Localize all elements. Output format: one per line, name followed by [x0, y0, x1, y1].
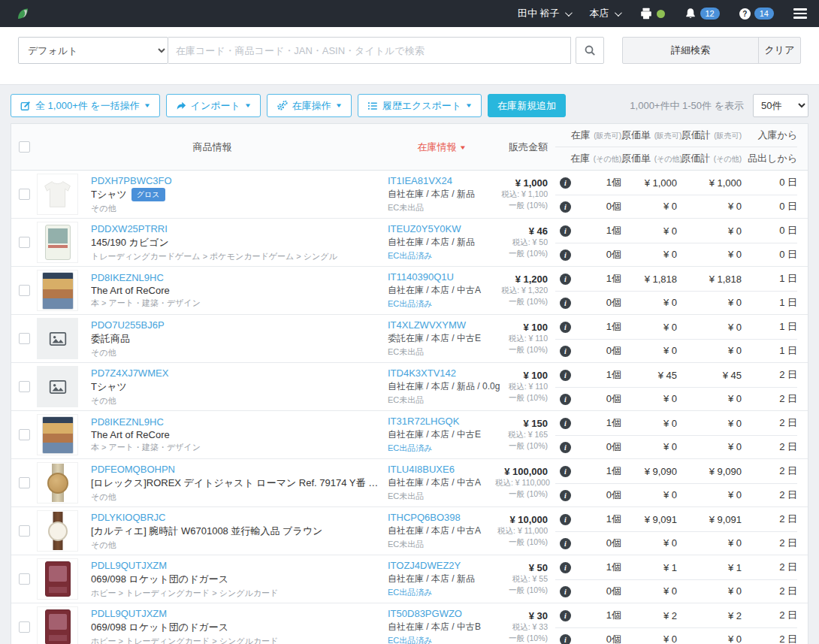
row-checkbox[interactable]: [19, 333, 30, 344]
help[interactable]: ? 14: [739, 8, 774, 20]
info-icon[interactable]: i: [560, 201, 571, 213]
ec-status[interactable]: EC出品済み: [388, 298, 495, 310]
info-icon[interactable]: i: [560, 394, 571, 405]
stock-code-link[interactable]: IT31R72LHGQK: [388, 416, 459, 427]
app-logo-icon[interactable]: [17, 8, 29, 20]
printer-status[interactable]: [639, 7, 665, 20]
info-icon[interactable]: i: [560, 442, 571, 453]
row-checkbox[interactable]: [19, 525, 30, 537]
info-icon[interactable]: i: [560, 298, 571, 309]
product-thumbnail[interactable]: [37, 606, 78, 644]
ec-status[interactable]: EC出品済み: [388, 587, 495, 598]
info-icon[interactable]: i: [560, 634, 571, 644]
qty-other: 0個: [578, 344, 621, 358]
user-menu[interactable]: 田中 裕子: [518, 7, 570, 20]
row-checkbox[interactable]: [19, 285, 30, 296]
info-icon[interactable]: i: [560, 370, 571, 381]
product-code-link[interactable]: PDDXW25PTRRI: [91, 223, 168, 234]
info-icon[interactable]: i: [560, 490, 571, 501]
product-thumbnail[interactable]: [37, 318, 78, 359]
stock-code-link[interactable]: ITOZJ4DWEZ2Y: [388, 560, 461, 571]
stock-code-link[interactable]: ITHCPQ6BO398: [388, 512, 461, 523]
info-icon[interactable]: i: [560, 514, 571, 525]
info-icon[interactable]: i: [560, 274, 571, 285]
search-input[interactable]: [168, 37, 571, 64]
product-thumbnail[interactable]: [37, 510, 78, 552]
ec-status[interactable]: EC出品済み: [388, 635, 495, 644]
ec-status[interactable]: EC出品済み: [388, 250, 495, 262]
ec-status[interactable]: EC出品済み: [388, 443, 495, 454]
stock-location: 委託在庫 / 本店 / 中古E: [388, 332, 495, 345]
info-icon[interactable]: i: [560, 225, 571, 237]
row-checkbox[interactable]: [19, 573, 30, 585]
toolbar: 全 1,000+件 を一括操作▼ インポート▼ 在庫操作▼ 履歴エクスポート▼ …: [11, 94, 808, 117]
product-code-link[interactable]: PDLYKIOQBRJC: [91, 512, 165, 523]
info-icon[interactable]: i: [560, 610, 571, 621]
product-code-link[interactable]: PDXH7PBWC3FO: [91, 175, 172, 186]
stock-code-link[interactable]: ITD4K3XTV142: [388, 367, 456, 379]
stock-code-link[interactable]: IT4XLZWVXYMW: [388, 319, 466, 331]
row-checkbox[interactable]: [19, 237, 30, 248]
product-thumbnail[interactable]: [37, 462, 78, 503]
header-unit-cost-sellable: 原価単 (販売可): [621, 128, 677, 142]
clear-search-button[interactable]: クリア: [758, 38, 800, 63]
stock-code-link[interactable]: ITLU4I8BUXE6: [388, 464, 455, 475]
page-size-select[interactable]: 50件: [753, 94, 808, 117]
add-stock-button[interactable]: 在庫新規追加: [488, 94, 566, 117]
product-code-link[interactable]: PD8IKEZNL9HC: [91, 272, 164, 283]
product-thumbnail[interactable]: [37, 222, 78, 263]
select-all-checkbox[interactable]: [19, 141, 30, 153]
menu-icon[interactable]: [793, 8, 807, 19]
ec-status[interactable]: EC未出品: [388, 539, 495, 550]
notifications[interactable]: 12: [685, 8, 720, 20]
stock-code-link[interactable]: ITEUZ0Y5Y0KW: [388, 223, 461, 234]
ec-status[interactable]: EC未出品: [388, 491, 495, 502]
row-checkbox[interactable]: [19, 429, 30, 440]
history-export-button[interactable]: 履歴エクスポート▼: [358, 94, 482, 117]
info-icon[interactable]: i: [560, 346, 571, 357]
qty-other: 0個: [578, 440, 621, 454]
ec-status[interactable]: EC未出品: [388, 202, 495, 213]
product-thumbnail[interactable]: [37, 174, 78, 215]
store-menu[interactable]: 本店: [590, 7, 620, 20]
info-icon[interactable]: i: [560, 418, 571, 429]
bulk-action-button[interactable]: 全 1,000+件 を一括操作▼: [11, 94, 160, 117]
row-checkbox[interactable]: [19, 477, 30, 488]
ec-status[interactable]: EC未出品: [388, 346, 495, 358]
product-thumbnail[interactable]: [37, 414, 78, 455]
search-preset-select[interactable]: デフォルト: [18, 37, 168, 64]
info-icon[interactable]: i: [560, 177, 571, 189]
info-icon[interactable]: i: [560, 322, 571, 333]
row-checkbox[interactable]: [19, 621, 30, 633]
result-summary: 1,000+件中 1-50件 を表示: [630, 99, 744, 113]
info-icon[interactable]: i: [560, 466, 571, 477]
product-code-link[interactable]: PDO7U255BJ6P: [91, 319, 165, 331]
ec-status[interactable]: EC未出品: [388, 395, 495, 406]
info-icon[interactable]: i: [560, 562, 571, 573]
product-code-link[interactable]: PDFEOMQBOHPN: [91, 464, 175, 475]
header-stock-info-sort[interactable]: 在庫情報 ▼: [388, 124, 495, 170]
product-code-link[interactable]: PD8IKEZNL9HC: [91, 416, 164, 428]
stock-code-link[interactable]: IT1IEA81VX24: [388, 175, 452, 186]
product-title: The Art of ReCore: [91, 429, 170, 440]
stock-code-link[interactable]: IT50D83PGWZO: [388, 608, 462, 619]
row-checkbox[interactable]: [19, 381, 30, 392]
total-cost-other: ¥ 0: [677, 441, 742, 452]
info-icon[interactable]: i: [560, 586, 571, 597]
product-code-link[interactable]: PDLL9QUTJXZM: [91, 608, 167, 619]
product-thumbnail[interactable]: [37, 366, 78, 407]
product-code-link[interactable]: PD7Z4XJ7WMEX: [91, 367, 168, 379]
row-checkbox[interactable]: [19, 189, 30, 200]
header-days-since-inbound: 入庫から: [742, 128, 797, 142]
search-button[interactable]: [576, 37, 604, 64]
product-thumbnail[interactable]: [37, 270, 78, 311]
product-code-link[interactable]: PDLL9QUTJXZM: [91, 560, 167, 571]
advanced-search-button[interactable]: 詳細検索: [623, 38, 758, 63]
product-thumbnail[interactable]: [37, 558, 78, 600]
unit-cost-sellable: ¥ 0: [621, 225, 677, 237]
info-icon[interactable]: i: [560, 538, 571, 549]
import-button[interactable]: インポート▼: [166, 94, 261, 117]
info-icon[interactable]: i: [560, 249, 571, 261]
stock-operation-button[interactable]: 在庫操作▼: [267, 94, 352, 117]
stock-code-link[interactable]: IT1140390Q1U: [388, 271, 454, 283]
